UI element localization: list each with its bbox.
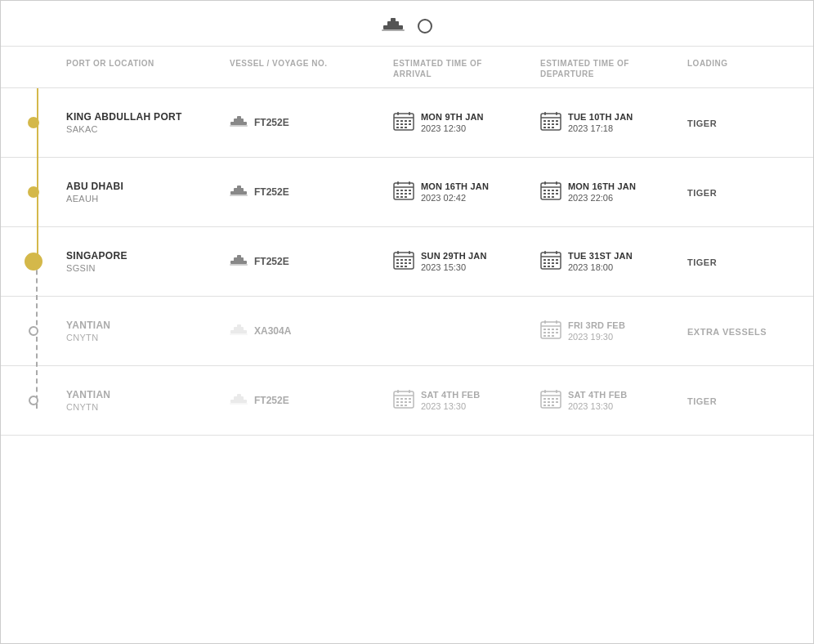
svg-rect-118 [543, 332, 546, 333]
svg-rect-93 [556, 251, 557, 254]
svg-rect-150 [552, 398, 554, 400]
cal-icon-eta [393, 389, 414, 412]
cal-icon-eta [393, 181, 414, 203]
eta-time: 2023 15:30 [421, 262, 487, 272]
svg-rect-32 [548, 123, 550, 125]
svg-rect-15 [409, 120, 411, 122]
svg-rect-135 [405, 398, 407, 400]
col-vessel: VESSEL / VOYAGE NO. [230, 58, 393, 79]
svg-rect-67 [552, 193, 554, 195]
svg-rect-25 [556, 112, 557, 115]
etd-time: 2023 17:18 [568, 123, 633, 133]
port-info: YANTIAN CNYTN [66, 320, 230, 342]
vessel-info: FT252E [230, 392, 393, 409]
svg-rect-137 [396, 401, 399, 403]
svg-rect-62 [548, 190, 550, 191]
svg-rect-151 [556, 398, 558, 400]
port-code: SAKAC [66, 124, 230, 134]
svg-rect-105 [552, 266, 554, 267]
svg-rect-59 [556, 181, 557, 185]
svg-rect-78 [409, 251, 410, 254]
svg-rect-70 [548, 196, 550, 198]
loading-cell: TIGER [687, 254, 794, 269]
svg-rect-103 [543, 266, 546, 267]
svg-rect-121 [556, 332, 558, 333]
svg-rect-117 [556, 329, 558, 330]
eta-time: 2023 02:42 [421, 193, 489, 203]
svg-rect-19 [409, 123, 411, 125]
svg-rect-145 [544, 390, 546, 393]
svg-rect-9 [397, 112, 399, 115]
etd-cell: MON 16TH JAN 2023 22:06 [540, 181, 687, 203]
etd-date: SAT 4TH FEB [568, 390, 627, 400]
port-info: SINGAPORE SGSIN [66, 250, 230, 273]
port-code: CNYTN [66, 402, 230, 412]
etd-time: 2023 18:00 [568, 262, 633, 272]
port-code: CNYTN [66, 333, 230, 342]
svg-rect-47 [400, 190, 403, 191]
etd-cell: SAT 4TH FEB 2023 13:30 [540, 389, 687, 412]
svg-rect-75 [230, 264, 248, 266]
svg-rect-123 [548, 335, 550, 337]
vessel-code: FT252E [254, 395, 289, 406]
port-name: YANTIAN [66, 320, 230, 331]
svg-rect-20 [396, 127, 399, 128]
info-icon[interactable] [418, 19, 432, 34]
svg-rect-31 [543, 123, 546, 125]
table-row: SINGAPORE SGSIN FT252E SUN 29TH JAN 2023… [1, 227, 813, 297]
svg-rect-156 [543, 405, 546, 406]
svg-rect-81 [400, 259, 403, 261]
svg-rect-52 [405, 193, 407, 195]
eta-cell: SAT 4TH FEB 2023 13:30 [393, 389, 540, 412]
svg-rect-17 [400, 123, 403, 125]
svg-rect-77 [397, 251, 399, 254]
loading-cell: TIGER [687, 115, 794, 130]
rows-area: KING ABDULLAH PORT SAKAC FT252E MON 9TH … [1, 88, 813, 436]
svg-rect-133 [396, 398, 399, 400]
svg-rect-120 [552, 332, 554, 333]
eta-cell: SUN 29TH JAN 2023 15:30 [393, 250, 540, 273]
svg-rect-153 [548, 401, 550, 403]
etd-cell: TUE 10TH JAN 2023 17:18 [540, 111, 687, 134]
svg-rect-142 [400, 405, 403, 406]
cal-icon-etd [540, 389, 561, 412]
svg-rect-66 [548, 193, 550, 195]
port-name: YANTIAN [66, 389, 230, 400]
etd-time: 2023 19:30 [568, 332, 625, 342]
svg-rect-48 [405, 190, 407, 191]
svg-rect-97 [552, 259, 554, 261]
svg-rect-82 [405, 259, 407, 261]
svg-rect-54 [396, 196, 399, 198]
vessel-info: FT252E [230, 184, 393, 200]
vessel-ship-icon [230, 392, 248, 409]
svg-rect-10 [409, 112, 410, 115]
svg-rect-80 [396, 259, 399, 261]
svg-rect-3 [382, 29, 405, 31]
svg-rect-111 [544, 320, 546, 324]
eta-cell: MON 16TH JAN 2023 02:42 [393, 181, 540, 203]
svg-rect-43 [397, 181, 399, 185]
etd-text: TUE 31ST JAN 2023 18:00 [568, 251, 633, 272]
svg-rect-56 [405, 196, 407, 198]
etd-text: SAT 4TH FEB 2023 13:30 [568, 390, 627, 411]
table-row: YANTIAN CNYTN XA304A FRI 3RD FEB 2023 19… [1, 297, 813, 366]
svg-rect-68 [556, 193, 558, 195]
vessel-code: FT252E [254, 256, 289, 267]
svg-rect-27 [543, 120, 546, 122]
etd-time: 2023 13:30 [568, 401, 627, 411]
etd-cell: TUE 31ST JAN 2023 18:00 [540, 250, 687, 273]
etd-date: FRI 3RD FEB [568, 320, 625, 330]
vessel-ship-icon [230, 114, 248, 131]
eta-text: MON 9TH JAN 2023 12:30 [421, 112, 484, 133]
svg-rect-131 [409, 390, 410, 393]
svg-rect-63 [552, 190, 554, 191]
eta-time: 2023 12:30 [421, 123, 484, 133]
svg-rect-53 [409, 193, 411, 195]
svg-rect-35 [543, 127, 546, 128]
svg-rect-49 [409, 190, 411, 191]
svg-rect-115 [548, 329, 550, 330]
svg-rect-104 [548, 266, 550, 267]
svg-rect-55 [400, 196, 403, 198]
svg-rect-154 [552, 401, 554, 403]
svg-rect-37 [552, 127, 554, 128]
